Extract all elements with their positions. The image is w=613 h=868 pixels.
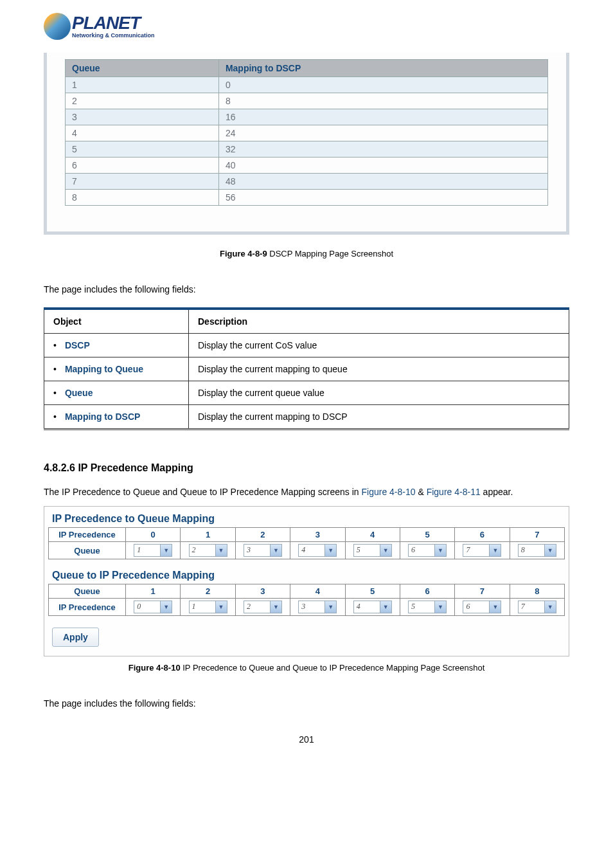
qip-row-ip-label: IP Precedence <box>49 599 126 616</box>
ip-select[interactable]: 0▼ <box>134 601 172 613</box>
qip-header: 7 <box>455 584 510 599</box>
figure-text: DSCP Mapping Page Screenshot <box>267 249 393 258</box>
dscp-cell: 6 <box>66 158 219 174</box>
dscp-cell: 56 <box>218 190 547 206</box>
ip-precedence-screenshot: IP Precedence to Queue Mapping IP Preced… <box>44 506 569 656</box>
logo-globe-icon <box>44 13 71 40</box>
chevron-down-icon: ▼ <box>160 545 172 556</box>
dscp-cell: 7 <box>66 174 219 190</box>
figure-4-8-10-caption: Figure 4-8-10 IP Precedence to Queue and… <box>44 663 569 673</box>
qip-header: 8 <box>510 584 564 599</box>
queue-select[interactable]: 8▼ <box>518 544 556 557</box>
qip-header: 6 <box>400 584 454 599</box>
chevron-down-icon: ▼ <box>489 545 501 556</box>
desc-object: • Queue <box>44 381 189 405</box>
dscp-cell: 40 <box>218 158 547 174</box>
ip-select[interactable]: 4▼ <box>353 601 392 613</box>
queue-select[interactable]: 5▼ <box>353 544 392 557</box>
queue-select[interactable]: 7▼ <box>463 544 501 557</box>
queue-select[interactable]: 2▼ <box>189 544 227 557</box>
ip-select[interactable]: 1▼ <box>189 601 227 613</box>
ipq-header: 3 <box>290 528 345 542</box>
ip-select[interactable]: 6▼ <box>463 601 501 613</box>
desc-description: Display the current mapping to queue <box>189 357 569 381</box>
chevron-down-icon: ▼ <box>160 601 172 613</box>
dscp-cell: 4 <box>66 125 219 141</box>
chevron-down-icon: ▼ <box>544 545 556 556</box>
figure-text: IP Precedence to Queue and Queue to IP P… <box>181 663 485 673</box>
chevron-down-icon: ▼ <box>434 601 446 613</box>
chevron-down-icon: ▼ <box>324 601 336 613</box>
qip-header: 4 <box>290 584 345 599</box>
desc-object: • DSCP <box>44 334 189 357</box>
desc-object: • Mapping to DSCP <box>44 405 189 429</box>
ipq-row-queue-label: Queue <box>49 542 126 559</box>
chevron-down-icon: ▼ <box>380 601 391 613</box>
ip-select[interactable]: 7▼ <box>518 601 556 613</box>
chevron-down-icon: ▼ <box>380 545 391 556</box>
ipq-row-ip-label: IP Precedence <box>49 528 126 542</box>
queue-select[interactable]: 1▼ <box>134 544 172 557</box>
desc-header-description: Description <box>189 309 569 334</box>
ip-select[interactable]: 5▼ <box>408 601 447 613</box>
figure-4-8-9-caption: Figure 4-8-9 DSCP Mapping Page Screensho… <box>0 249 613 258</box>
figure-ref-link[interactable]: Figure 4-8-10 <box>361 487 415 497</box>
dscp-cell: 48 <box>218 174 547 190</box>
desc-object: • Mapping to Queue <box>44 357 189 381</box>
dscp-cell: 32 <box>218 141 547 158</box>
ipq-header: 5 <box>400 528 454 542</box>
figure-label: Figure 4-8-9 <box>220 249 267 258</box>
chevron-down-icon: ▼ <box>215 545 227 556</box>
desc-description: Display the current CoS value <box>189 334 569 357</box>
fields-description-table: Object Description • DSCP Display the cu… <box>44 307 569 430</box>
dscp-table: Queue Mapping to DSCP 10 28 316 424 532 … <box>65 59 548 206</box>
desc-description: Display the current mapping to DSCP <box>189 405 569 429</box>
dscp-header-queue: Queue <box>66 60 219 77</box>
fields-intro: The page includes the following fields: <box>44 284 569 294</box>
chevron-down-icon: ▼ <box>434 545 446 556</box>
dscp-cell: 16 <box>218 109 547 125</box>
ipq-header: 2 <box>235 528 290 542</box>
desc-header-object: Object <box>44 309 189 334</box>
ipq-header: 7 <box>510 528 564 542</box>
logo: PLANET Networking & Communication <box>44 13 613 40</box>
fields-intro-2: The page includes the following fields: <box>44 698 569 709</box>
dscp-cell: 2 <box>66 93 219 109</box>
qip-title: Queue to IP Precedence Mapping <box>44 567 569 584</box>
apply-button[interactable]: Apply <box>52 628 99 647</box>
figure-label: Figure 4-8-10 <box>129 663 181 673</box>
queue-select[interactable]: 6▼ <box>408 544 447 557</box>
chevron-down-icon: ▼ <box>270 545 281 556</box>
queue-select[interactable]: 4▼ <box>298 544 337 557</box>
logo-area: PLANET Networking & Communication <box>0 13 613 53</box>
desc-description: Display the current queue value <box>189 381 569 405</box>
chevron-down-icon: ▼ <box>215 601 227 613</box>
ipq-header: 0 <box>126 528 181 542</box>
dscp-cell: 1 <box>66 77 219 93</box>
dscp-cell: 3 <box>66 109 219 125</box>
qip-header: 1 <box>126 584 181 599</box>
queue-to-ip-table: Queue 1 2 3 4 5 6 7 8 IP Precedence 0▼ 1… <box>48 584 565 616</box>
dscp-cell: 8 <box>66 190 219 206</box>
section-intro: The IP Precedence to Queue and Queue to … <box>44 487 569 497</box>
qip-header: 5 <box>345 584 400 599</box>
chevron-down-icon: ▼ <box>544 601 556 613</box>
ip-select[interactable]: 2▼ <box>244 601 282 613</box>
dscp-cell: 24 <box>218 125 547 141</box>
ipq-header: 1 <box>181 528 235 542</box>
dscp-header-dscp: Mapping to DSCP <box>218 60 547 77</box>
logo-tagline: Networking & Communication <box>72 32 155 39</box>
dscp-cell: 0 <box>218 77 547 93</box>
qip-header: 2 <box>181 584 235 599</box>
logo-text: PLANET Networking & Communication <box>72 14 155 39</box>
logo-brand: PLANET <box>72 14 155 32</box>
page-number: 201 <box>0 734 613 745</box>
section-heading: 4.8.2.6 IP Precedence Mapping <box>44 462 569 474</box>
chevron-down-icon: ▼ <box>324 545 336 556</box>
figure-ref-link[interactable]: Figure 4-8-11 <box>427 487 481 497</box>
dscp-cell: 8 <box>218 93 547 109</box>
dscp-mapping-screenshot: Queue Mapping to DSCP 10 28 316 424 532 … <box>44 53 569 235</box>
queue-select[interactable]: 3▼ <box>244 544 282 557</box>
chevron-down-icon: ▼ <box>489 601 501 613</box>
ip-select[interactable]: 3▼ <box>298 601 337 613</box>
